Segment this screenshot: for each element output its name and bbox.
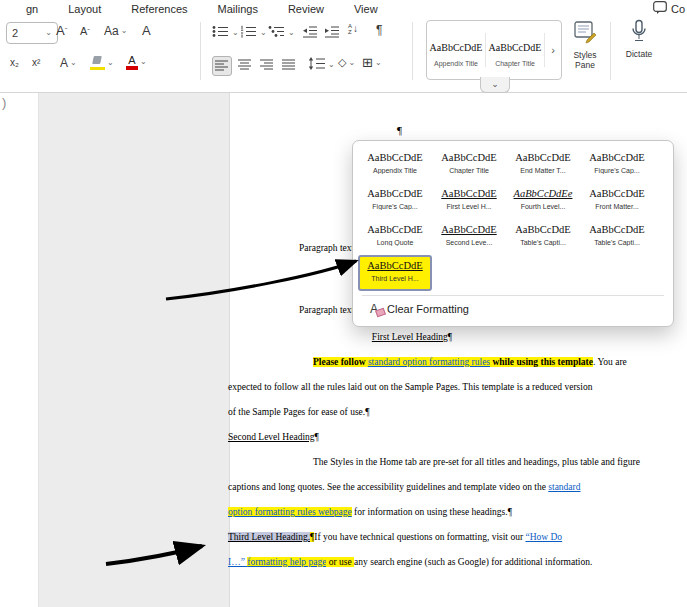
- style-item-third-level-heading[interactable]: AaBbCcDdE Third Level H...: [358, 255, 432, 291]
- font-color-button[interactable]: A ⌄: [126, 55, 147, 70]
- style-item-tables-caption-2[interactable]: AaBbCcDdE Table's Capti...: [580, 219, 654, 255]
- decrease-indent-icon: [302, 25, 318, 40]
- numbering-button[interactable]: ⌄: [240, 25, 267, 40]
- chevron-down-icon: ⌄: [375, 59, 382, 67]
- styles-gallery: AaBbCcDdE Appendix Title AaBbCcDdE Chapt…: [426, 20, 562, 80]
- style-item-chapter-title[interactable]: AaBbCcDdE Chapter Title: [432, 147, 506, 183]
- justify-icon: [282, 58, 296, 72]
- first-level-heading[interactable]: First Level Heading¶: [228, 332, 596, 342]
- gallery-scroll-more-button[interactable]: ›: [545, 45, 561, 56]
- shading-button[interactable]: ◇ ⌄: [338, 57, 355, 68]
- comments-label: Co: [671, 3, 685, 15]
- body-line[interactable]: captions and long quotes. See the access…: [228, 482, 580, 492]
- style-item-fourth-level-heading[interactable]: AaBbCcDdEe Fourth Level...: [506, 183, 580, 219]
- text-effects-letter: A: [60, 57, 68, 69]
- highlighted-text: Please follow: [313, 357, 368, 367]
- comments-button[interactable]: Co: [653, 1, 685, 16]
- tab-mailings[interactable]: Mailings: [218, 3, 258, 15]
- formatting-rules-link[interactable]: standard option formatting rules: [368, 357, 490, 367]
- body-text: captions and long quotes. See the access…: [228, 482, 548, 492]
- style-label: Table's Capti...: [506, 239, 580, 246]
- body-line[interactable]: I…” formatting help page or use any sear…: [228, 557, 592, 567]
- superscript-button[interactable]: x²: [32, 58, 40, 68]
- style-label: Long Quote: [358, 239, 432, 246]
- style-preview: AaBbCcDdEe: [506, 187, 580, 200]
- third-level-heading-selected[interactable]: Third Level Heading.: [228, 532, 310, 542]
- help-page-link[interactable]: formatting help page: [247, 557, 326, 567]
- subscript-button[interactable]: x₂: [10, 58, 19, 68]
- style-preview: AaBbCcDdE: [506, 151, 580, 164]
- style-label: Chapter Title: [432, 167, 506, 174]
- align-right-button[interactable]: [260, 58, 274, 72]
- empty-paragraph-mark[interactable]: ¶: [397, 124, 402, 136]
- tab-view[interactable]: View: [354, 3, 378, 15]
- borders-button[interactable]: ⊞ ⌄: [362, 56, 382, 69]
- font-size-value: 2: [12, 28, 18, 39]
- style-label: Figure's Cap...: [580, 167, 654, 174]
- help-page-link[interactable]: I…”: [228, 557, 247, 567]
- align-center-button[interactable]: [238, 58, 252, 72]
- second-level-heading[interactable]: Second Level Heading¶: [228, 432, 319, 442]
- style-item-appendix-title[interactable]: AaBbCcDdE Appendix Title: [358, 147, 432, 183]
- styles-gallery-expand-button[interactable]: ⌄: [480, 77, 510, 93]
- body-line[interactable]: Third Level Heading.¶If you have technic…: [228, 532, 562, 542]
- align-center-icon: [238, 58, 252, 72]
- shrink-font-letter: A: [80, 26, 87, 37]
- style-item-figures-caption[interactable]: AaBbCcDdE Figure's Cap...: [580, 147, 654, 183]
- style-item-front-matter-title[interactable]: AaBbCcDdE Front Matter...: [580, 183, 654, 219]
- style-item-tables-caption[interactable]: AaBbCcDdE Table's Capti...: [506, 219, 580, 255]
- style-label: Third Level H...: [360, 275, 430, 282]
- body-line[interactable]: Please follow standard option formatting…: [313, 357, 627, 367]
- highlighter-icon: [90, 56, 105, 70]
- gallery-style-chapter-title[interactable]: AaBbCcDdE Chapter Title: [486, 33, 545, 67]
- style-item-second-level-heading[interactable]: AaBbCcDdE Second Leve...: [432, 219, 506, 255]
- show-formatting-marks-button[interactable]: ¶: [376, 24, 382, 36]
- body-line[interactable]: of the Sample Pages for ease of use.¶: [228, 407, 369, 417]
- body-text: . You are: [593, 357, 627, 367]
- style-item-end-matter-title[interactable]: AaBbCcDdE End Matter T...: [506, 147, 580, 183]
- multilevel-list-button[interactable]: ⌄: [268, 25, 295, 40]
- style-label: Figure's Cap...: [358, 203, 432, 210]
- align-right-icon: [260, 58, 274, 72]
- sort-az-icon: AZ: [348, 23, 352, 35]
- sort-button[interactable]: AZ ↓: [348, 23, 358, 35]
- style-item-figures-caption-2[interactable]: AaBbCcDdE Figure's Cap...: [358, 183, 432, 219]
- style-item-first-level-heading[interactable]: AaBbCcDdE First Level H...: [432, 183, 506, 219]
- increase-indent-button[interactable]: [324, 25, 340, 40]
- grow-font-button[interactable]: Aˆ: [56, 24, 67, 37]
- style-item-long-quote[interactable]: AaBbCcDdE Long Quote: [358, 219, 432, 255]
- clear-formatting-menu-item[interactable]: A Clear Formatting: [358, 296, 668, 322]
- webpage-link[interactable]: option formatting rules webpage: [228, 507, 352, 517]
- body-line[interactable]: option formatting rules webpage for info…: [228, 507, 512, 517]
- dictate-button[interactable]: Dictate: [616, 19, 662, 59]
- clear-formatting-icon: A: [370, 302, 378, 316]
- decrease-indent-button[interactable]: [302, 25, 318, 40]
- bullets-button[interactable]: ⌄: [212, 25, 239, 40]
- text-highlight-color-button[interactable]: ⌄: [90, 56, 114, 70]
- justify-button[interactable]: [282, 58, 296, 72]
- style-label: End Matter T...: [506, 167, 580, 174]
- text-effects-button[interactable]: A ⌄: [60, 57, 77, 69]
- style-preview: AaBbCcDdE: [506, 223, 580, 236]
- help-page-link[interactable]: “How Do: [525, 532, 562, 542]
- group-separator: [200, 22, 201, 80]
- webpage-link[interactable]: standard: [548, 482, 580, 492]
- body-line[interactable]: expected to follow all the rules laid ou…: [228, 382, 592, 392]
- tab-design[interactable]: gn: [26, 3, 38, 15]
- body-line[interactable]: The Styles in the Home tab are pre-set f…: [313, 457, 640, 467]
- style-label: Appendix Title: [427, 60, 485, 67]
- align-left-button[interactable]: [212, 56, 232, 76]
- pilcrow-icon: ¶: [376, 24, 382, 36]
- change-case-button[interactable]: Aa ⌄: [104, 25, 127, 37]
- chevron-down-icon: ⌄: [260, 29, 267, 37]
- style-preview: AaBbCcDdE: [358, 151, 432, 164]
- shrink-font-button[interactable]: Aˇ: [80, 26, 90, 37]
- tab-review[interactable]: Review: [288, 3, 324, 15]
- styles-pane-button[interactable]: Styles Pane: [562, 20, 608, 71]
- tab-layout[interactable]: Layout: [68, 3, 101, 15]
- gallery-style-appendix-title[interactable]: AaBbCcDdE Appendix Title: [427, 33, 486, 67]
- heading-text: First Level Heading: [372, 332, 448, 342]
- font-size-combobox[interactable]: 2 ⌄: [6, 22, 58, 44]
- line-spacing-button[interactable]: ⌄: [308, 57, 335, 72]
- tab-references[interactable]: References: [131, 3, 187, 15]
